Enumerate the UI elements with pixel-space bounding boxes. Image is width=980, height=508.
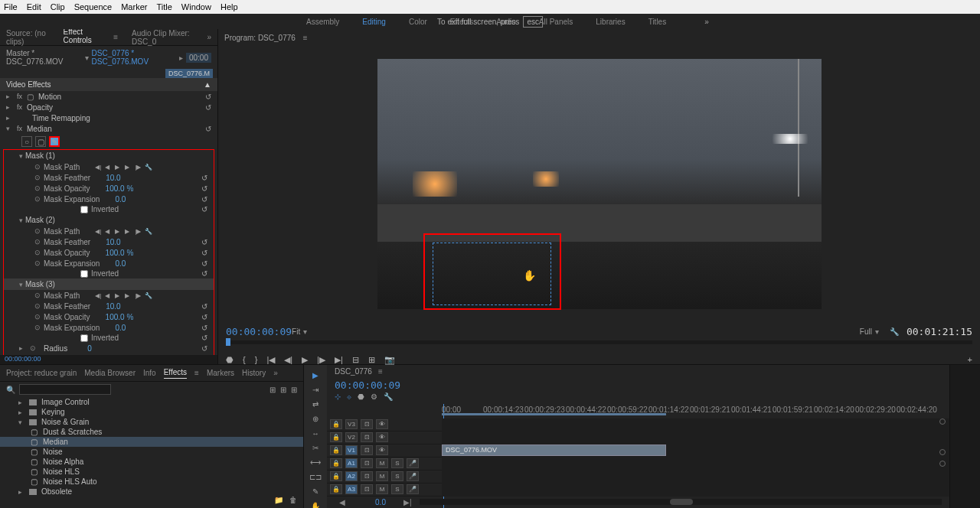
reset-icon[interactable]: ↺	[201, 344, 207, 353]
toggle-output-icon[interactable]: 👁	[376, 419, 388, 429]
menu-file[interactable]: File	[4, 2, 18, 11]
inverted-checkbox[interactable]	[80, 270, 88, 278]
track-target-V3[interactable]: V3	[345, 419, 358, 429]
reset-icon[interactable]: ↺	[201, 195, 207, 204]
wrench-icon[interactable]: 🔧	[145, 228, 152, 235]
track-target-A1[interactable]: A1	[345, 458, 358, 468]
solo-button[interactable]: S	[391, 471, 403, 481]
wrench-icon[interactable]: 🔧	[145, 164, 152, 171]
mask-expansion-value[interactable]: 0.0	[115, 324, 126, 332]
inverted-checkbox[interactable]	[80, 206, 88, 213]
next-kf-icon[interactable]: |▶	[135, 292, 142, 299]
effect-item-obsolete[interactable]: ▸Obsolete	[0, 487, 303, 496]
preset-icon[interactable]: ⊞	[270, 386, 276, 394]
play-icon[interactable]: ▶	[302, 355, 308, 365]
tab-source[interactable]: Source: (no clips)	[6, 29, 50, 46]
reset-icon[interactable]: ↺	[201, 334, 207, 342]
prev-kf-icon[interactable]: ◀|	[95, 228, 103, 235]
mask-opacity-value[interactable]: 100.0 %	[106, 249, 134, 257]
slip-tool-icon[interactable]: ⟷	[310, 458, 321, 467]
menu-edit[interactable]: Edit	[27, 2, 41, 11]
snap-icon[interactable]: ⊹	[335, 392, 341, 401]
lock-icon[interactable]: 🔒	[330, 445, 342, 455]
workspace-overflow-icon[interactable]: »	[704, 18, 709, 26]
lift-icon[interactable]: ⊟	[352, 355, 359, 365]
inverted-checkbox[interactable]	[80, 334, 88, 342]
play-mask-icon[interactable]: ▶	[115, 164, 122, 171]
lock-icon[interactable]: 🔒	[330, 458, 342, 468]
tab-history[interactable]: History	[242, 369, 266, 377]
keyframe-marker[interactable]	[939, 418, 946, 425]
mask-header-1[interactable]: ▾Mask (1)	[4, 150, 214, 161]
tab-effects[interactable]: Effects	[164, 368, 187, 379]
preset-icon-2[interactable]: ⊞	[280, 386, 286, 394]
reset-icon[interactable]: ↺	[201, 269, 207, 278]
tab-info[interactable]: Info	[143, 369, 156, 377]
median-effect[interactable]: Median	[27, 125, 52, 133]
menu-marker[interactable]: Marker	[121, 2, 147, 11]
mask-feather-value[interactable]: 10.0	[106, 174, 120, 182]
menu-title[interactable]: Title	[156, 2, 172, 11]
video-clip[interactable]: DSC_0776.MOV	[442, 444, 666, 456]
zoom-scrollbar[interactable]	[670, 499, 693, 505]
tab-markers[interactable]: Markers	[207, 369, 234, 377]
track-target-A3[interactable]: A3	[345, 484, 358, 494]
reset-icon[interactable]: ↺	[205, 93, 211, 101]
sync-lock-icon[interactable]: ⊡	[361, 419, 373, 429]
effect-item-noise---grain[interactable]: ▾Noise & Grain	[0, 417, 303, 427]
keyframe-marker[interactable]	[939, 461, 946, 467]
effect-item-keying[interactable]: ▸Keying	[0, 407, 303, 417]
prev-frame-icon[interactable]: ◀	[105, 228, 113, 235]
opacity-effect[interactable]: Opacity	[27, 103, 53, 112]
sync-lock-icon[interactable]: ⊡	[361, 458, 373, 468]
prev-frame-icon[interactable]: ◀	[105, 164, 113, 171]
workspace-assembly[interactable]: Assembly	[306, 18, 339, 26]
mask-feather-value[interactable]: 10.0	[106, 302, 120, 311]
goto-in-icon[interactable]: |◀	[266, 355, 275, 365]
mask-opacity-value[interactable]: 100.0 %	[106, 184, 134, 193]
mask-expansion-value[interactable]: 0.0	[115, 259, 126, 268]
in-point-icon[interactable]: {	[243, 355, 246, 365]
menu-sequence[interactable]: Sequence	[74, 2, 113, 11]
solo-button[interactable]: S	[391, 458, 403, 468]
menu-clip[interactable]: Clip	[51, 2, 65, 11]
next-frame-icon[interactable]: ▶	[125, 228, 132, 235]
dropdown-icon[interactable]: ▾	[303, 327, 307, 336]
panel-overflow-icon[interactable]: »	[273, 369, 278, 377]
track-target-V2[interactable]: V2	[345, 432, 358, 442]
rate-stretch-icon[interactable]: ↔	[310, 429, 321, 438]
wrench-icon[interactable]: 🔧	[890, 327, 899, 336]
delete-icon[interactable]: 🗑	[289, 496, 297, 508]
mask-opacity-value[interactable]: 100.0 %	[106, 313, 134, 321]
reset-icon[interactable]: ↺	[201, 313, 207, 321]
dropdown-icon[interactable]: ▾	[875, 327, 879, 336]
next-frame-icon[interactable]: ▶	[125, 292, 132, 299]
selection-tool-icon[interactable]: ▶	[310, 371, 321, 379]
operate-alpha-checkbox[interactable]	[39, 355, 47, 356]
ellipse-mask-icon[interactable]: ○	[21, 136, 32, 147]
marker-icon[interactable]: ⬣	[226, 355, 234, 365]
workspace-color[interactable]: Color	[409, 18, 427, 26]
scroll-up-icon[interactable]: ▲	[204, 80, 211, 89]
reset-icon[interactable]: ↺	[201, 205, 207, 213]
sync-lock-icon[interactable]: ⊡	[361, 471, 373, 481]
tab-audio-mixer[interactable]: Audio Clip Mixer: DSC_0	[132, 29, 193, 46]
fit-dropdown[interactable]: Fit	[292, 327, 300, 336]
track-target-A2[interactable]: A2	[345, 471, 358, 481]
lock-icon[interactable]: 🔒	[330, 432, 342, 442]
voice-over-icon[interactable]: 🎤	[407, 458, 419, 468]
linked-selection-icon[interactable]: ⟐	[347, 392, 351, 401]
mask-header-3[interactable]: ▾Mask (3)	[4, 278, 214, 290]
razor-tool-icon[interactable]: ✂	[310, 444, 321, 452]
next-keyframe-icon[interactable]: ▶|	[403, 498, 412, 506]
reset-icon[interactable]: ↺	[205, 103, 211, 112]
rolling-edit-icon[interactable]: ⊕	[310, 415, 321, 423]
add-button-icon[interactable]: +	[968, 355, 972, 365]
tab-media-browser[interactable]: Media Browser	[84, 369, 136, 377]
next-kf-icon[interactable]: |▶	[135, 164, 142, 171]
step-fwd-icon[interactable]: |▶	[317, 355, 325, 365]
pan-value[interactable]: 0.0	[358, 498, 403, 506]
workspace-titles[interactable]: Titles	[648, 18, 667, 26]
prev-keyframe-icon[interactable]: ◀	[327, 498, 358, 506]
track-target-V1[interactable]: V1	[345, 445, 358, 455]
